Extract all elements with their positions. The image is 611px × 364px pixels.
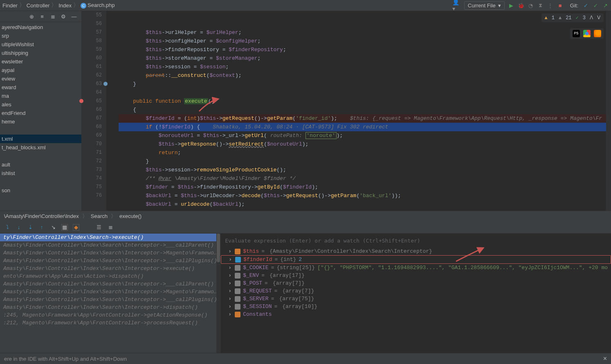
- expand-toggle-icon[interactable]: ›: [228, 303, 232, 310]
- gutter-line[interactable]: 75: [82, 183, 102, 191]
- gutter-line[interactable]: 59: [82, 45, 102, 54]
- tree-item[interactable]: ayeredNavigation: [0, 23, 81, 31]
- tree-item[interactable]: ultipleWishlist: [0, 40, 81, 49]
- code-line[interactable]: public function execute(): [119, 97, 611, 106]
- gutter-line[interactable]: 65: [82, 97, 102, 106]
- tree-item[interactable]: eward: [0, 83, 81, 92]
- variable-row[interactable]: ›$finderId = {int} 2: [221, 255, 611, 264]
- git-update-icon[interactable]: ✓: [582, 2, 589, 9]
- gutter-line[interactable]: 55: [82, 11, 102, 20]
- run-config-selector[interactable]: Current File ▾: [464, 1, 505, 10]
- variable-row[interactable]: ›$_SERVER = {array[75]}: [221, 295, 611, 303]
- breadcrumb-item[interactable]: Index: [58, 2, 72, 9]
- gutter-line[interactable]: 64: [82, 88, 102, 97]
- expand-toggle-icon[interactable]: ›: [228, 311, 232, 317]
- stack-frame[interactable]: Amasty\Finder\Controller\Index\Search\In…: [0, 280, 220, 288]
- tree-item[interactable]: ishlist: [0, 169, 81, 178]
- expand-toggle-icon[interactable]: ›: [228, 265, 232, 271]
- stack-frame[interactable]: ty\Finder\Controller\Index\Search->execu…: [0, 234, 220, 241]
- expand-icon[interactable]: ≡: [39, 13, 45, 20]
- gutter-line[interactable]: 74: [82, 174, 102, 183]
- code-line[interactable]: /** @var \Amasty\Finder\Model\Finder $fi…: [119, 174, 611, 183]
- gutter-line[interactable]: 73: [82, 166, 102, 174]
- stack-frame[interactable]: Amasty\Finder\Controller\Index\Search\In…: [0, 257, 220, 265]
- breadcrumb-item[interactable]: CSearch.php: [81, 2, 115, 9]
- expand-toggle-icon[interactable]: ›: [229, 256, 233, 263]
- gutter-line[interactable]: 76: [82, 191, 102, 200]
- git-push-icon[interactable]: ↗: [602, 2, 609, 9]
- phpstorm-icon[interactable]: PS: [573, 30, 580, 37]
- stack-frame[interactable]: Amasty\Finder\Controller\Index\Search\In…: [0, 296, 220, 303]
- project-tree[interactable]: ayeredNavigationsrpultipleWishlistultish…: [0, 22, 81, 211]
- crumb-item[interactable]: Search: [91, 213, 108, 219]
- tree-item[interactable]: srp: [0, 31, 81, 40]
- stack-frame[interactable]: Amasty\Finder\Controller\Index\Search\In…: [0, 265, 220, 272]
- gutter-line[interactable]: 69: [82, 131, 102, 140]
- stop-icon[interactable]: ■: [557, 2, 564, 9]
- code-line[interactable]: $this->storeManager = $storeManager;: [119, 54, 611, 63]
- code-line[interactable]: $this->finderRepository = $finderReposit…: [119, 45, 611, 54]
- tree-item[interactable]: t_head_blocks.xml: [0, 143, 81, 152]
- chevron-down-icon[interactable]: ᐯ: [597, 15, 600, 21]
- tree-item[interactable]: ewsletter: [0, 57, 81, 66]
- stack-frame[interactable]: Amasty\Finder\Controller\Index\Search\In…: [0, 249, 220, 257]
- tree-item[interactable]: son: [0, 186, 81, 195]
- editor-code-area[interactable]: $this->urlHelper = $urlHelper; $this->co…: [106, 11, 611, 211]
- gutter-line[interactable]: 61: [82, 63, 102, 71]
- code-line[interactable]: parent::__construct($context);: [119, 71, 611, 80]
- browser-preview-chips[interactable]: PS: [570, 28, 604, 39]
- gear-icon[interactable]: ⚙: [60, 13, 67, 20]
- tree-item[interactable]: [0, 126, 81, 135]
- code-line[interactable]: $norouteUrl = $this->_url->getUrl( route…: [119, 131, 611, 140]
- coverage-icon[interactable]: ◔: [528, 2, 534, 9]
- expand-toggle-icon[interactable]: ›: [228, 272, 232, 279]
- force-step-into-icon[interactable]: ⇣: [27, 224, 34, 231]
- breadcrumb-item[interactable]: Finder: [2, 2, 18, 9]
- variable-row[interactable]: ›Constants: [221, 310, 611, 318]
- watch-input[interactable]: Evaluate expression (Enter) or add a wat…: [225, 235, 607, 246]
- code-line[interactable]: $finderId = (int)$this->getRequest()->ge…: [119, 114, 611, 123]
- gutter-line[interactable]: 56: [82, 20, 102, 28]
- trace-icon[interactable]: ◆: [73, 224, 79, 231]
- stack-frame[interactable]: Amasty\Finder\Controller\Index\Search\In…: [0, 241, 220, 249]
- gutter-line[interactable]: 68: [82, 123, 102, 131]
- step-over-icon[interactable]: ⤵: [4, 224, 11, 231]
- code-line[interactable]: }: [119, 157, 611, 166]
- expand-toggle-icon[interactable]: ›: [228, 248, 232, 254]
- tree-item[interactable]: aypal: [0, 66, 81, 74]
- variable-row[interactable]: ›$_ENV = {array[17]}: [221, 272, 611, 279]
- code-line[interactable]: $finder = $this->finderRepository->getBy…: [119, 183, 611, 191]
- code-line[interactable]: $backUrl = urldecode($backUrl);: [119, 200, 611, 209]
- chrome-icon[interactable]: [583, 30, 591, 37]
- debug-icon[interactable]: 🐞: [518, 2, 524, 9]
- tree-item[interactable]: t.xml: [0, 135, 81, 143]
- code-line[interactable]: $backUrl = $this->urlDecoder->decode($th…: [119, 191, 611, 200]
- close-icon[interactable]: ×: [603, 355, 607, 362]
- variable-row[interactable]: ›$_POST = {array[7]}: [221, 279, 611, 287]
- step-out-icon[interactable]: ↑: [38, 224, 45, 231]
- chevron-up-icon[interactable]: ᐱ: [590, 15, 593, 21]
- tree-item[interactable]: heme: [0, 117, 81, 126]
- list-icon[interactable]: ☰: [96, 224, 102, 231]
- variable-row[interactable]: ›$_REQUEST = {array[7]}: [221, 287, 611, 295]
- gutter-line[interactable]: 70: [82, 140, 102, 148]
- gutter-line[interactable]: 57: [82, 28, 102, 37]
- run-to-cursor-icon[interactable]: ↘: [50, 224, 56, 231]
- code-line[interactable]: [119, 88, 611, 97]
- tree-item[interactable]: ales: [0, 100, 81, 109]
- attach-icon[interactable]: ⋮: [547, 2, 554, 9]
- tree-item[interactable]: ultishipping: [0, 49, 81, 57]
- gutter-line[interactable]: 67: [82, 114, 102, 123]
- breadcrumb-item[interactable]: Controller: [27, 2, 49, 9]
- stack-frame[interactable]: :212, Magento\Framework\App\FrontControl…: [0, 319, 220, 327]
- code-line[interactable]: return;: [119, 148, 611, 157]
- code-line[interactable]: $this->session->removeSingleProductCooki…: [119, 166, 611, 174]
- tree-item[interactable]: eview: [0, 74, 81, 83]
- code-line[interactable]: $this->session = $session;: [119, 63, 611, 71]
- gutter-line[interactable]: 62: [82, 71, 102, 80]
- target-icon[interactable]: ⊕: [28, 13, 35, 20]
- stack-frame[interactable]: ento\Framework\App\Action\Action->dispat…: [0, 272, 220, 280]
- variables-panel[interactable]: Evaluate expression (Enter) or add a wat…: [221, 234, 611, 353]
- code-line[interactable]: }: [119, 80, 611, 88]
- minimap-scrollbar[interactable]: [606, 11, 611, 211]
